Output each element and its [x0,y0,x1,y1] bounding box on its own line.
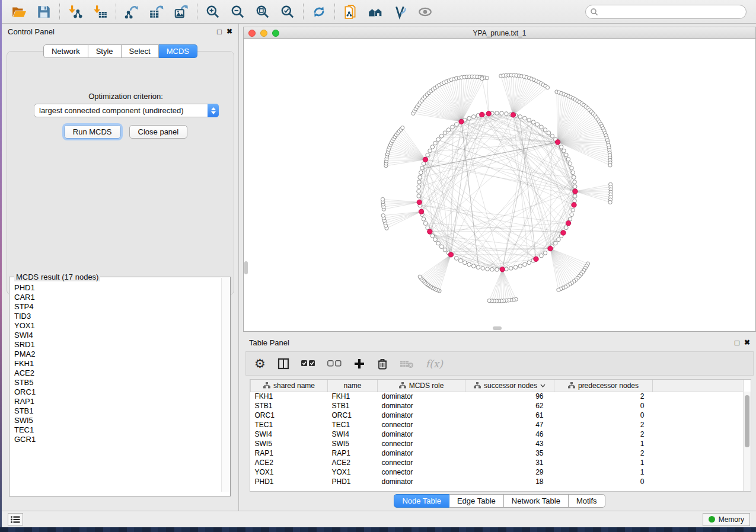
dominator-node [423,157,428,162]
column-header-shared-name[interactable]: shared name [251,380,328,392]
tab-network[interactable]: Network [43,44,88,58]
zoom-fit-button[interactable] [250,1,275,23]
ring-node [443,248,447,252]
tab-network-table[interactable]: Network Table [504,494,569,508]
column-header-successor-nodes[interactable]: successor nodes [465,380,554,392]
network-graph[interactable] [244,39,755,331]
table-row[interactable]: PHD1PHD1dominator180 [251,477,744,486]
canvas-horizontal-scrollthumb[interactable] [493,326,502,330]
home-pages-button[interactable] [363,1,388,23]
canvas-vertical-scrollthumb[interactable] [244,261,248,274]
leaf-node [401,126,404,130]
zoom-out-button[interactable] [225,1,250,23]
tab-motifs[interactable]: Motifs [569,494,605,508]
deselect-all-button[interactable] [327,360,342,367]
zoom-selected-button[interactable] [275,1,300,23]
export-table-button[interactable] [144,1,169,23]
network-file-button[interactable] [338,1,363,23]
list-item: SWI4 [14,331,219,340]
optimization-criterion-dropdown[interactable]: largest connected component (undirected) [34,104,219,117]
control-panel-tabs: NetworkStyleSelectMCDS [2,44,239,58]
tab-node-table[interactable]: Node Table [394,494,449,508]
delete-table-button[interactable] [400,359,414,368]
list-item: TEC1 [14,425,219,435]
tab-select[interactable]: Select [122,44,159,58]
table-scrollbar[interactable] [743,392,751,491]
network-canvas[interactable] [243,39,756,332]
add-column-button[interactable] [353,358,365,370]
export-image-icon [174,4,189,20]
result-scrollbar[interactable] [221,278,229,492]
export-network-button[interactable] [119,1,144,23]
ring-node [523,116,527,120]
table-row[interactable]: FKH1FKH1dominator962 [251,392,744,401]
tree-attribute-icon [568,382,575,389]
ring-node [564,153,569,157]
search-input[interactable] [585,5,747,19]
eye-icon [417,4,433,20]
zoom-in-icon [205,4,221,20]
table-row[interactable]: ACE2ACE2connector311 [251,458,744,467]
column-header-MCDS-role[interactable]: MCDS role [378,380,465,392]
refresh-layout-button[interactable] [307,1,331,23]
ring-node [540,125,544,129]
control-panel: Control Panel □ ✖ Optimization criterion… [2,24,239,511]
table-row[interactable]: ORC1ORC1dominator610 [251,411,744,420]
table-row[interactable]: STB1STB1dominator620 [251,401,744,411]
leaf-node [418,275,422,278]
ring-node [509,267,513,271]
list-item: PMA2 [14,350,219,359]
float-panel-icon[interactable]: □ [217,28,222,36]
save-session-button[interactable] [31,1,56,23]
tab-mcds[interactable]: MCDS [159,44,197,58]
close-panel-icon[interactable]: ✖ [227,28,232,35]
ring-node [543,128,547,132]
close-panel-button[interactable]: Close panel [129,125,188,139]
close-table-panel-icon[interactable]: ✖ [744,339,750,346]
select-all-button[interactable] [301,360,315,367]
ring-node [458,259,462,263]
import-network-button[interactable] [63,1,88,23]
table-tabs: Node TableEdge TableNetwork TableMotifs [243,494,756,508]
delete-column-button[interactable] [377,358,388,370]
tab-edge-table[interactable]: Edge Table [449,494,504,508]
table-row[interactable]: SWI4SWI4dominator462 [251,430,744,439]
list-item: YOX1 [14,321,219,331]
table-row[interactable]: RAP1RAP1dominator352 [251,448,744,458]
ring-node [426,153,430,157]
column-header-name[interactable]: name [328,380,378,392]
float-table-panel-icon[interactable]: □ [735,339,739,347]
list-item: STB5 [14,378,219,387]
function-builder-button[interactable]: f(x) [426,358,443,370]
memory-button[interactable]: Memory [703,513,750,526]
table-row[interactable]: YOX1YOX1connector291 [251,467,744,477]
table-settings-button[interactable]: ⚙ [254,357,266,370]
run-mcds-button[interactable]: Run MCDS [64,125,121,139]
table-scrollthumb[interactable] [745,395,749,447]
list-item: STP4 [14,302,219,312]
network-titlebar[interactable]: YPA_prune.txt_1 [243,27,756,39]
ring-node [573,185,577,189]
table-panel-titlebar: Table Panel □ ✖ [243,335,756,350]
dropdown-stepper-icon [208,104,219,117]
table-row[interactable]: SWI5SWI5connector431 [251,439,744,448]
column-header-predecessor-nodes[interactable]: predecessor nodes [554,380,653,392]
list-item: CAR1 [14,293,219,302]
show-hide-button[interactable] [413,1,438,23]
open-session-button[interactable] [7,1,31,23]
ring-node [543,251,547,255]
split-panel-button[interactable] [277,358,289,370]
show-log-button[interactable] [8,513,23,525]
ring-node [523,262,527,267]
zoom-in-button[interactable] [200,1,225,23]
tab-style[interactable]: Style [88,44,122,58]
dominator-node [486,111,491,116]
ring-node [471,115,476,119]
import-table-button[interactable] [88,1,113,23]
list-item: STB1 [14,406,219,416]
list-item: GCR1 [14,435,219,444]
style-preview-button[interactable] [388,1,413,23]
export-image-button[interactable] [169,1,194,23]
table-row[interactable]: TEC1TEC1connector472 [251,420,744,430]
mcds-result-list[interactable]: PHD1CAR1STP4TID3YOX1SWI4SRD1PMA2FKH1ACE2… [10,283,219,492]
